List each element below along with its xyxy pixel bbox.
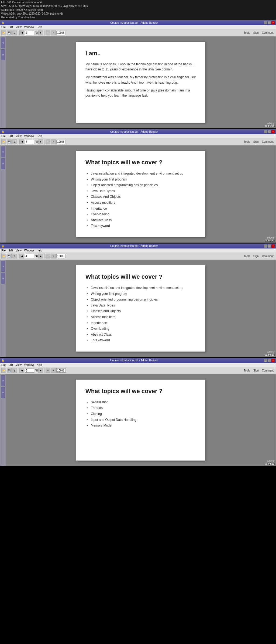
toolbar-icon-prev[interactable]: ◀ — [19, 30, 24, 35]
toolbar-icon-prev-4[interactable]: ◀ — [19, 368, 24, 373]
toolbar-icon-zoom-out-3[interactable]: − — [46, 254, 50, 258]
menu-file-4[interactable]: File — [1, 363, 6, 366]
menu-window-2[interactable]: Window — [24, 135, 34, 138]
minimize-btn-4[interactable]: _ — [264, 359, 267, 362]
page-number-input-2[interactable] — [25, 140, 34, 144]
pdf-title-4: What topics will we cover ? — [85, 388, 196, 395]
sign-btn-2[interactable]: Sign — [252, 140, 260, 143]
menu-view-4[interactable]: View — [16, 363, 22, 366]
menu-help-2[interactable]: Help — [36, 135, 42, 138]
toolbar-icon-print-3[interactable]: 🖨 — [12, 254, 17, 258]
menu-view-2[interactable]: View — [16, 135, 22, 138]
list-item-2-5: Access modifiers — [85, 200, 196, 206]
menu-edit-2[interactable]: Edit — [8, 135, 13, 138]
toolbar-icon-save-3[interactable]: 💾 — [7, 254, 12, 258]
maximize-btn-4[interactable]: □ — [268, 359, 271, 362]
toolbar-icon-open-2[interactable]: 📂 — [1, 139, 6, 144]
menu-window-3[interactable]: Window — [24, 249, 34, 252]
sidebar-tab-3a[interactable]: P — [1, 261, 5, 272]
close-btn-4[interactable]: × — [271, 359, 275, 362]
toolbar-icon-zoom-in-3[interactable]: + — [51, 254, 56, 258]
toolbar-icon-prev-3[interactable]: ◀ — [19, 254, 24, 258]
toolbar-icon-zoom-in-2[interactable]: + — [51, 139, 56, 144]
close-btn-2[interactable]: × — [271, 130, 275, 133]
timestamp-1: 00:01:09 — [265, 125, 274, 127]
sidebar-tab-4b[interactable]: B — [1, 387, 5, 398]
menu-window-4[interactable]: Window — [24, 363, 34, 366]
toolbar-icon-zoom-out[interactable]: − — [46, 30, 50, 35]
sidebar-tab-3b[interactable]: B — [1, 273, 5, 284]
list-item-4-0: Serialization — [85, 400, 196, 406]
comment-btn-1[interactable]: Comment — [261, 31, 275, 34]
toolbar-icon-zoom-out-4[interactable]: − — [46, 368, 50, 373]
page-number-input-3[interactable] — [25, 254, 34, 258]
sidebar-tab-1[interactable]: P — [1, 38, 5, 48]
minimize-btn-1[interactable]: _ — [264, 21, 267, 24]
menu-edit-3[interactable]: Edit — [8, 249, 13, 252]
toolbar-icon-next-4[interactable]: ▶ — [38, 368, 43, 373]
comment-btn-4[interactable]: Comment — [261, 369, 275, 372]
page-number-input-1[interactable] — [25, 31, 34, 35]
menu-help-4[interactable]: Help — [36, 363, 42, 366]
menu-file-1[interactable]: File — [1, 26, 6, 29]
pdf-title-2: What topics will we cover ? — [85, 159, 196, 166]
toolbar-icon-open-4[interactable]: 📂 — [1, 368, 6, 373]
maximize-btn-2[interactable]: □ — [268, 130, 271, 133]
toolbar-icon-save-4[interactable]: 💾 — [7, 368, 12, 373]
toolbar-icon-print[interactable]: 🖨 — [12, 30, 17, 35]
close-btn-1[interactable]: × — [271, 21, 275, 24]
zoom-input-3[interactable] — [56, 254, 66, 258]
comment-btn-3[interactable]: Comment — [261, 255, 275, 258]
menu-view-3[interactable]: View — [16, 249, 22, 252]
minimize-btn-3[interactable]: _ — [264, 244, 267, 248]
toolbar-icon-next-2[interactable]: ▶ — [38, 139, 43, 144]
toolbar-icon-print-2[interactable]: 🖨 — [12, 139, 17, 144]
page-number-input-4[interactable] — [25, 368, 34, 373]
menu-help-3[interactable]: Help — [36, 249, 42, 252]
menu-window-1[interactable]: Window — [24, 26, 34, 29]
toolbar-icon-open-3[interactable]: 📂 — [1, 254, 6, 258]
toolbar-icon-zoom-out-2[interactable]: − — [46, 139, 50, 144]
sidebar-tab-4a[interactable]: P — [1, 375, 5, 386]
list-item-4-4: Memory Model — [85, 423, 196, 429]
sign-btn-4[interactable]: Sign — [252, 369, 260, 372]
sidebar-tab-2b[interactable]: B — [1, 158, 5, 169]
reader-window-3: 🔒 Course Introduction.pdf - Adobe Reader… — [0, 243, 276, 357]
tools-btn-2[interactable]: Tools — [243, 140, 251, 143]
toolbar-icon-next-3[interactable]: ▶ — [38, 254, 43, 258]
toolbar-icon-zoom-in-4[interactable]: + — [51, 368, 56, 373]
toolbar-icon-zoom-in[interactable]: + — [51, 30, 56, 35]
maximize-btn-3[interactable]: □ — [268, 244, 271, 248]
zoom-input-2[interactable] — [56, 140, 66, 144]
sidebar-tab-2a[interactable]: P — [1, 146, 5, 157]
list-item-3-2: Object oriented programming design princ… — [85, 297, 196, 303]
zoom-input-4[interactable] — [56, 368, 66, 373]
toolbar-sep-2b — [44, 139, 44, 144]
sign-btn-1[interactable]: Sign — [252, 31, 260, 34]
menu-edit-1[interactable]: Edit — [8, 26, 13, 29]
tools-btn-3[interactable]: Tools — [243, 255, 251, 258]
minimize-btn-2[interactable]: _ — [264, 130, 267, 133]
zoom-input-1[interactable] — [56, 31, 66, 35]
toolbar-icon-open[interactable]: 📂 — [1, 30, 6, 35]
menu-view-1[interactable]: View — [16, 26, 22, 29]
toolbar-icon-save-2[interactable]: 💾 — [7, 139, 12, 144]
menu-edit-4[interactable]: Edit — [8, 363, 13, 366]
file-info-bar: File: 001 Course Introduction.mp4 Size: … — [0, 0, 276, 20]
menu-file-2[interactable]: File — [1, 135, 6, 138]
toolbar-icon-next[interactable]: ▶ — [38, 30, 43, 35]
tools-btn-4[interactable]: Tools — [243, 369, 251, 372]
tools-btn-1[interactable]: Tools — [243, 31, 251, 34]
sidebar-tab-2[interactable]: B — [1, 49, 5, 60]
toolbar-icon-save[interactable]: 💾 — [7, 30, 12, 35]
page-total-3: / 8 — [35, 255, 38, 258]
menu-help-1[interactable]: Help — [36, 26, 42, 29]
toolbar-icon-print-4[interactable]: 🖨 — [12, 368, 17, 373]
pdf-title-3: What topics will we cover ? — [85, 273, 196, 280]
sign-btn-3[interactable]: Sign — [252, 255, 260, 258]
menu-file-3[interactable]: File — [1, 249, 6, 252]
comment-btn-2[interactable]: Comment — [261, 140, 275, 143]
maximize-btn-1[interactable]: □ — [268, 21, 271, 24]
close-btn-3[interactable]: × — [271, 244, 275, 248]
toolbar-icon-prev-2[interactable]: ◀ — [19, 139, 24, 144]
